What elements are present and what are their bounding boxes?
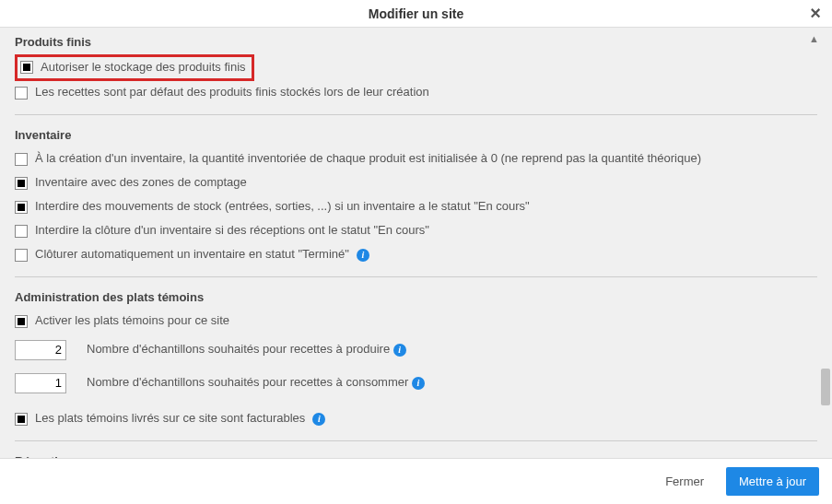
modal-body: ▲ Produits finis Autoriser le stockage d…: [0, 28, 832, 458]
divider: [15, 114, 817, 115]
checkbox-inv-cloturer-auto[interactable]: [15, 249, 28, 262]
row-plats-opt1: Activer les plats témoins pour ce site: [15, 310, 817, 334]
label-autoriser-stockage: Autoriser le stockage des produits finis: [41, 60, 246, 76]
info-icon[interactable]: i: [312, 413, 325, 426]
scrollbar-thumb[interactable]: [821, 369, 830, 405]
label-echantillons-produire: Nombre d'échantillons souhaités pour rec…: [87, 342, 406, 357]
divider: [15, 276, 817, 277]
section-produits-finis: Produits finis: [15, 35, 817, 49]
label-plats-facturables: Les plats témoins livrés sur ce site son…: [35, 411, 305, 427]
input-echantillons-produire[interactable]: [15, 340, 66, 360]
info-icon[interactable]: i: [393, 344, 406, 357]
row-plats-num1: Nombre d'échantillons souhaités pour rec…: [15, 334, 817, 367]
label-echantillons-produire-text: Nombre d'échantillons souhaités pour rec…: [87, 342, 390, 356]
row-inv-opt4: Interdire la clôture d'un inventaire si …: [15, 219, 817, 243]
label-inv-interdire-mouvements: Interdire des mouvements de stock (entré…: [35, 199, 530, 215]
highlight-box: Autoriser le stockage des produits finis: [15, 54, 254, 81]
label-recettes-defaut: Les recettes sont par défaut des produit…: [35, 85, 429, 100]
section-inventaire: Inventaire: [15, 128, 817, 142]
checkbox-autoriser-stockage[interactable]: [20, 61, 33, 74]
label-activer-plats: Activer les plats témoins pour ce site: [35, 313, 229, 329]
modal-title: Modifier un site: [369, 6, 463, 21]
checkbox-recettes-defaut[interactable]: [15, 87, 28, 100]
label-inv-init-zero: À la création d'un inventaire, la quanti…: [35, 151, 701, 167]
checkbox-activer-plats[interactable]: [15, 315, 28, 328]
label-inv-zones: Inventaire avec des zones de comptage: [35, 175, 247, 191]
row-inv-opt1: À la création d'un inventaire, la quanti…: [15, 147, 817, 171]
section-plats-temoins: Administration des plats témoins: [15, 290, 817, 304]
row-plats-num2: Nombre d'échantillons souhaités pour rec…: [15, 367, 817, 400]
row-pf-opt2: Les recettes sont par défaut des produit…: [15, 81, 817, 105]
checkbox-inv-interdire-mouvements[interactable]: [15, 201, 28, 214]
row-pf-opt1: Autoriser le stockage des produits finis: [15, 54, 817, 81]
modal-header: Modifier un site ×: [0, 0, 832, 28]
close-button[interactable]: Fermer: [652, 467, 717, 496]
row-inv-opt5: Clôturer automatiquement un inventaire e…: [15, 243, 817, 267]
divider: [15, 440, 817, 441]
modal-content: Produits finis Autoriser le stockage des…: [0, 28, 832, 458]
row-inv-opt3: Interdire des mouvements de stock (entré…: [15, 195, 817, 219]
chevron-up-icon[interactable]: ▲: [809, 33, 819, 44]
checkbox-plats-facturables[interactable]: [15, 413, 28, 426]
row-plats-opt2: Les plats témoins livrés sur ce site son…: [15, 407, 817, 431]
checkbox-inv-zones[interactable]: [15, 177, 28, 190]
label-inv-cloturer-auto: Clôturer automatiquement un inventaire e…: [35, 247, 349, 263]
checkbox-inv-interdire-cloture[interactable]: [15, 225, 28, 238]
modal-footer: Fermer Mettre à jour: [0, 458, 832, 504]
label-inv-interdire-cloture: Interdire la clôture d'un inventaire si …: [35, 223, 429, 239]
close-icon[interactable]: ×: [810, 4, 821, 22]
submit-button[interactable]: Mettre à jour: [726, 467, 819, 496]
info-icon[interactable]: i: [357, 249, 369, 262]
label-echantillons-consommer: Nombre d'échantillons souhaités pour rec…: [87, 375, 425, 391]
row-inv-opt2: Inventaire avec des zones de comptage: [15, 171, 817, 195]
input-echantillons-consommer[interactable]: [15, 373, 66, 393]
info-icon[interactable]: i: [412, 377, 425, 390]
checkbox-inv-init-zero[interactable]: [15, 153, 28, 166]
label-echantillons-consommer-text: Nombre d'échantillons souhaités pour rec…: [87, 375, 408, 389]
